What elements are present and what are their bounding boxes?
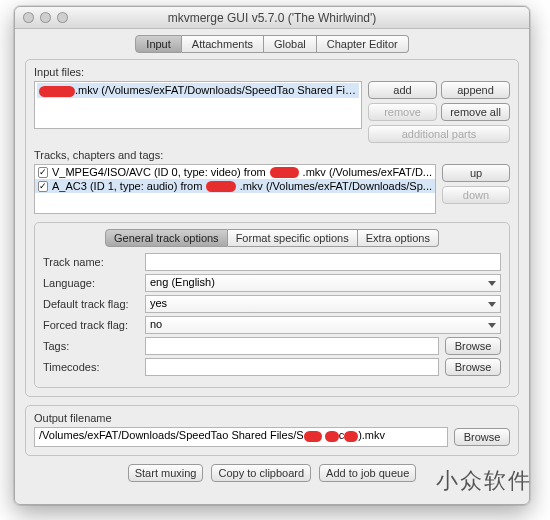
tab-attachments[interactable]: Attachments [182, 35, 264, 53]
app-window: mkvmerge GUI v5.7.0 ('The Whirlwind') In… [14, 6, 530, 505]
input-file-item[interactable]: .mkv (/Volumes/exFAT/Downloads/SpeedTao … [37, 83, 359, 98]
output-browse-button[interactable]: Browse [454, 428, 510, 446]
tracks-list[interactable]: ✓ V_MPEG4/ISO/AVC (ID 0, type: video) fr… [34, 164, 436, 214]
tab-extra-options[interactable]: Extra options [358, 229, 439, 247]
down-button[interactable]: down [442, 186, 510, 204]
redacted-text [304, 431, 322, 442]
redacted-text [270, 167, 299, 178]
redacted-text [344, 431, 358, 442]
window-controls [23, 12, 68, 23]
tracks-label: Tracks, chapters and tags: [34, 149, 510, 161]
tags-browse-button[interactable]: Browse [445, 337, 501, 355]
add-queue-button[interactable]: Add to job queue [319, 464, 416, 482]
input-files-label: Input files: [34, 66, 510, 78]
output-filename-input[interactable]: /Volumes/exFAT/Downloads/SpeedTao Shared… [34, 427, 448, 447]
timecodes-input[interactable] [145, 358, 439, 376]
copy-clipboard-button[interactable]: Copy to clipboard [211, 464, 311, 482]
redacted-text [206, 181, 235, 192]
input-files-list[interactable]: .mkv (/Volumes/exFAT/Downloads/SpeedTao … [34, 81, 362, 129]
close-icon[interactable] [23, 12, 34, 23]
remove-button[interactable]: remove [368, 103, 437, 121]
start-muxing-button[interactable]: Start muxing [128, 464, 204, 482]
main-tabbar: Input Attachments Global Chapter Editor [25, 35, 519, 53]
tab-general-options[interactable]: General track options [105, 229, 228, 247]
tags-input[interactable] [145, 337, 439, 355]
checkbox-icon[interactable]: ✓ [38, 167, 48, 178]
additional-parts-button[interactable]: additional parts [368, 125, 510, 143]
up-button[interactable]: up [442, 164, 510, 182]
input-group: Input files: .mkv (/Volumes/exFAT/Downlo… [25, 59, 519, 397]
default-flag-label: Default track flag: [43, 298, 139, 310]
language-select[interactable]: eng (English) [145, 274, 501, 292]
checkbox-icon[interactable]: ✓ [38, 181, 48, 192]
add-button[interactable]: add [368, 81, 437, 99]
titlebar: mkvmerge GUI v5.7.0 ('The Whirlwind') [15, 7, 529, 29]
zoom-icon[interactable] [57, 12, 68, 23]
redacted-text [39, 86, 75, 97]
minimize-icon[interactable] [40, 12, 51, 23]
track-options-group: General track options Format specific op… [34, 222, 510, 388]
output-group: Output filename /Volumes/exFAT/Downloads… [25, 405, 519, 456]
language-label: Language: [43, 277, 139, 289]
append-button[interactable]: append [441, 81, 510, 99]
timecodes-label: Timecodes: [43, 361, 139, 373]
remove-all-button[interactable]: remove all [441, 103, 510, 121]
track-name-input[interactable] [145, 253, 501, 271]
tab-global[interactable]: Global [264, 35, 317, 53]
tab-input[interactable]: Input [135, 35, 181, 53]
redacted-text [325, 431, 339, 442]
track-name-label: Track name: [43, 256, 139, 268]
tags-label: Tags: [43, 340, 139, 352]
default-flag-select[interactable]: yes [145, 295, 501, 313]
track-row-audio[interactable]: ✓ A_AC3 (ID 1, type: audio) from .mkv (/… [35, 179, 435, 193]
window-title: mkvmerge GUI v5.7.0 ('The Whirlwind') [15, 11, 529, 25]
forced-flag-label: Forced track flag: [43, 319, 139, 331]
forced-flag-select[interactable]: no [145, 316, 501, 334]
output-label: Output filename [34, 412, 510, 424]
tab-format-options[interactable]: Format specific options [228, 229, 358, 247]
tab-chapter-editor[interactable]: Chapter Editor [317, 35, 409, 53]
track-row-video[interactable]: ✓ V_MPEG4/ISO/AVC (ID 0, type: video) fr… [35, 165, 435, 179]
timecodes-browse-button[interactable]: Browse [445, 358, 501, 376]
